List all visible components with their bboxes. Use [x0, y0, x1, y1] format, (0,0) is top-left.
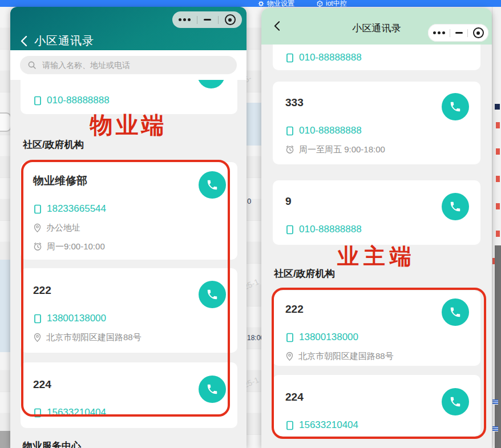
contact-name: 222	[285, 302, 468, 317]
contact-phone[interactable]: 13800138000	[33, 312, 225, 325]
capsule-divider	[450, 29, 450, 37]
call-button[interactable]	[442, 298, 469, 326]
miniapp-window-owner: 小区通讯录 010-88888888 333 010-88888888	[261, 8, 492, 448]
close-icon[interactable]	[473, 27, 484, 38]
desktop-right-edge	[492, 7, 501, 448]
background-icon-fragment	[492, 399, 498, 405]
phone-handset-icon	[449, 100, 462, 113]
background-text-fragment	[495, 104, 500, 110]
navbar-left: 小区通讯录	[10, 7, 247, 50]
mobile-phone-icon	[285, 333, 294, 342]
phone-handset-icon	[206, 179, 219, 191]
page-title: 小区通讯录	[34, 33, 94, 49]
mobile-phone-icon	[33, 314, 42, 324]
annotation-owner-side: 业主端	[261, 242, 492, 271]
cube-icon	[317, 1, 323, 7]
contact-phone[interactable]: 18233665544	[33, 202, 225, 216]
mobile-phone-icon	[285, 126, 294, 136]
gear-icon	[258, 1, 264, 7]
contact-phone[interactable]: 15633210404	[33, 406, 225, 419]
contact-phone[interactable]: 15633210404	[285, 418, 468, 432]
contact-card-partial: 010-88888888	[273, 45, 480, 70]
call-button[interactable]	[199, 376, 226, 403]
topbar-item-iot[interactable]: iot中控	[317, 0, 347, 7]
red-annotation-fragment	[496, 231, 500, 237]
navbar-right: 小区通讯录	[261, 8, 492, 45]
contact-address: 北京市朝阳区建国路88号	[33, 330, 225, 344]
topbar-item-property-settings[interactable]: 物业设置	[258, 0, 294, 7]
contact-name: 9	[285, 194, 468, 209]
capsule-menu	[428, 24, 488, 42]
phone-handset-icon	[449, 395, 462, 408]
close-icon[interactable]	[225, 14, 236, 25]
mobile-phone-icon	[285, 421, 294, 430]
contact-address: 北京市朝阳区建国路88号	[285, 349, 468, 363]
scroll-content-left[interactable]: 010-88888888 物业端 社区/政府机构 物业维修部 182336655…	[10, 80, 247, 448]
watermark: 25-1	[247, 375, 260, 389]
section-title: 物业服务中心	[23, 439, 81, 448]
call-button[interactable]	[442, 388, 469, 415]
location-pin-icon	[33, 223, 42, 233]
contact-card: 物业维修部 18233665544 办公地址 周一9:00-10:00	[21, 162, 237, 260]
more-icon[interactable]	[179, 18, 191, 21]
contact-name: 224	[33, 377, 225, 392]
contact-hours: 周一至周五 9:00-18:00	[285, 143, 468, 156]
minimize-icon[interactable]	[204, 19, 211, 21]
background-icon-fragment	[492, 426, 498, 431]
contact-name: 333	[285, 95, 468, 110]
background-footer-strip	[0, 431, 10, 448]
search-field[interactable]	[20, 56, 237, 74]
call-button[interactable]	[442, 93, 469, 120]
annotation-property-side: 物业端	[10, 110, 247, 141]
contact-card: 9 010-88888888	[273, 180, 480, 245]
call-button[interactable]	[197, 80, 225, 88]
vertical-scrollbar[interactable]	[495, 245, 501, 448]
calendar-row-label: 0	[247, 197, 251, 205]
contact-phone[interactable]: 13800138000	[285, 330, 468, 344]
contact-hours: 周一9:00-10:00	[33, 240, 225, 253]
back-icon[interactable]	[21, 35, 27, 47]
contact-card: 222 13800138000 北京市朝阳区建国路88号	[273, 290, 480, 366]
miniapp-window-property: 小区通讯录 010-88888888 物业端 社区/政府机构 物业维修部	[10, 7, 247, 448]
mobile-phone-icon	[33, 204, 42, 214]
background-selection-band	[0, 260, 10, 352]
contact-card: 222 13800138000 北京市朝阳区建国路88号	[21, 268, 237, 353]
phone-handset-icon	[449, 306, 462, 318]
location-pin-icon	[285, 352, 294, 361]
contact-phone[interactable]: 010-88888888	[285, 223, 468, 236]
search-icon	[27, 60, 37, 70]
calendar-time-label: 18:00	[247, 334, 261, 342]
contact-phone[interactable]: 010-88888888	[285, 124, 468, 138]
background-selection-band	[247, 103, 261, 146]
contact-card: 333 010-88888888 周一至周五 9:00-18:00	[273, 82, 480, 164]
browser-top-bar: 物业设置 iot中控	[0, 0, 501, 7]
call-button[interactable]	[442, 193, 469, 220]
red-annotation-fragment	[496, 122, 500, 128]
mobile-phone-icon	[285, 225, 294, 235]
capsule-divider	[197, 16, 197, 24]
contact-name: 224	[285, 390, 468, 405]
topbar-item-label: 物业设置	[267, 0, 294, 7]
red-annotation-fragment	[496, 148, 500, 155]
contact-phone[interactable]: 010-88888888	[285, 51, 480, 64]
contact-card: 224 15633210404	[21, 362, 237, 428]
contact-name: 222	[33, 283, 225, 298]
background-input-fragment	[0, 112, 10, 132]
contact-card-partial: 010-88888888	[21, 80, 237, 114]
more-icon[interactable]	[433, 31, 445, 34]
phone-handset-icon	[449, 200, 462, 213]
red-annotation-fragment	[492, 258, 495, 264]
contact-name: 物业维修部	[33, 173, 225, 188]
search-bar	[10, 50, 247, 80]
call-button[interactable]	[199, 281, 226, 308]
search-input[interactable]	[41, 60, 229, 70]
watermark: 5-	[247, 73, 253, 84]
capsule-divider	[218, 16, 219, 24]
scroll-content-right[interactable]: 010-88888888 333 010-88888888 周一至周五 9:00…	[261, 45, 492, 448]
mobile-phone-icon	[285, 53, 294, 63]
call-button[interactable]	[199, 171, 226, 199]
location-pin-icon	[33, 333, 42, 342]
minimize-icon[interactable]	[455, 32, 463, 34]
contact-phone[interactable]: 010-88888888	[33, 94, 237, 107]
phone-handset-icon	[206, 288, 219, 301]
